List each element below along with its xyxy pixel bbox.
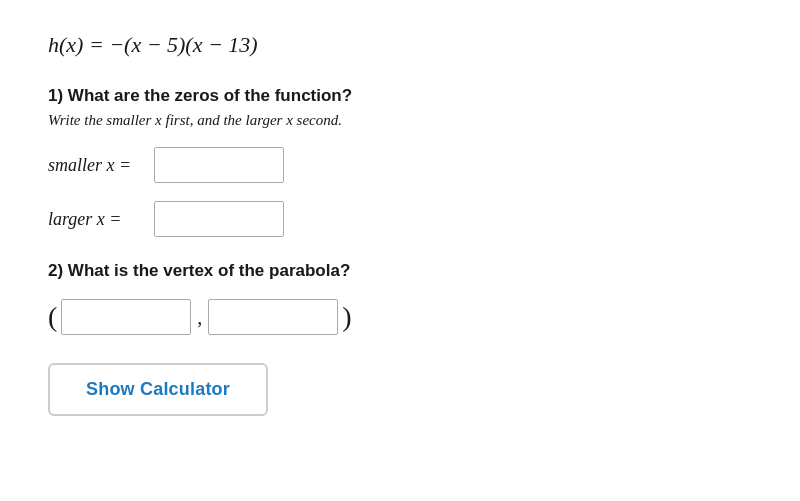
larger-x-input[interactable] [154, 201, 284, 237]
vertex-y-input[interactable] [208, 299, 338, 335]
open-paren: ( [48, 303, 57, 331]
question-1-title: 1) What are the zeros of the function? [48, 86, 752, 106]
vertex-x-input[interactable] [61, 299, 191, 335]
main-container: h(x) = −(x − 5)(x − 13) 1) What are the … [0, 0, 800, 448]
vertex-comma: , [197, 306, 202, 329]
question-2-title: 2) What is the vertex of the parabola? [48, 261, 752, 281]
close-paren: ) [342, 303, 351, 331]
question-2: 2) What is the vertex of the parabola? [48, 261, 752, 281]
larger-x-row: larger x = [48, 201, 752, 237]
show-calculator-button[interactable]: Show Calculator [48, 363, 268, 416]
smaller-x-row: smaller x = [48, 147, 752, 183]
smaller-x-input[interactable] [154, 147, 284, 183]
question-1: 1) What are the zeros of the function? W… [48, 86, 752, 237]
function-display: h(x) = −(x − 5)(x − 13) [48, 32, 752, 58]
question-1-subtitle: Write the smaller x first, and the large… [48, 112, 752, 129]
vertex-row: ( , ) [48, 299, 752, 335]
smaller-x-label: smaller x = [48, 155, 148, 176]
larger-x-label: larger x = [48, 209, 148, 230]
function-text: h(x) = −(x − 5)(x − 13) [48, 32, 258, 57]
